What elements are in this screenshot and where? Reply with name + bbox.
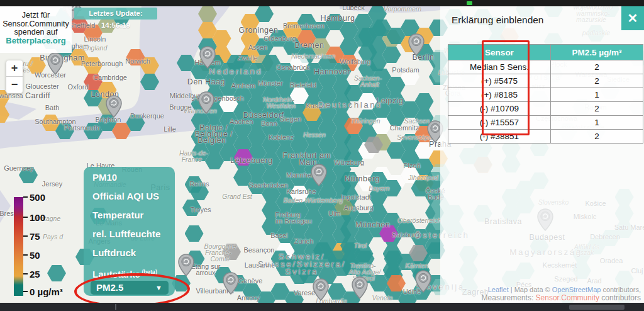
map-label: Brest	[0, 210, 16, 217]
map-label: Oberösterreich	[397, 217, 441, 224]
map-label: Lëtzebuerg	[230, 156, 273, 165]
explanation-panel: Erklärung einblenden ✕ SensorPM2.5 µg/m³…	[440, 6, 644, 303]
attribution-link[interactable]: Leaflet	[488, 286, 509, 293]
map-label: Oxford	[67, 83, 88, 91]
table-cell: Median 5 Sens.	[448, 60, 551, 74]
map-label: Siegen	[280, 115, 301, 123]
attribution-link[interactable]: Sensor.Community	[536, 293, 599, 302]
map-label: Grand Est	[222, 193, 252, 200]
layer-option-lautst-rke[interactable]: Lautstärke (beta)	[92, 263, 175, 281]
map-label: Guernsey	[4, 164, 34, 172]
map-label: Osnabrück	[276, 64, 309, 71]
map-label: Peterborough	[81, 60, 123, 67]
map-label: Würzburg	[334, 159, 364, 166]
map-label: Cardiff	[25, 91, 50, 100]
bottom-chrome-bar	[0, 303, 644, 311]
cluster-pin[interactable]	[106, 95, 122, 120]
map-label: Deutschland	[318, 100, 383, 110]
cluster-pin[interactable]	[47, 52, 64, 77]
map-label: Pays d	[43, 233, 63, 240]
sensor-table-body: Median 5 Sens.2(+) #54752(+) #81851(-) #…	[448, 60, 643, 144]
table-header: PM2.5 µg/m³	[551, 45, 643, 60]
map-label: Bretagne	[34, 215, 61, 222]
cluster-pin[interactable]	[199, 46, 216, 71]
cluster-pin[interactable]	[415, 270, 431, 295]
attribution-text: Measurements:	[482, 293, 536, 302]
map-label: Augsburg	[343, 204, 373, 212]
donate-text-line: spenden auf	[0, 28, 72, 37]
table-row: (-) #107092	[448, 102, 643, 116]
map-attribution-line: Leaflet | Map data © OpenStreetMap contr…	[482, 286, 641, 293]
map-label: Bonn	[261, 120, 277, 127]
cluster-pin[interactable]	[313, 278, 329, 303]
selected-layer-button[interactable]: PM2.5 ▼	[91, 281, 169, 295]
map-label: France	[182, 156, 203, 163]
map-label: Cambridge	[93, 74, 127, 81]
map-label: Zürich	[294, 237, 314, 245]
zoom-out-button[interactable]: −	[6, 77, 23, 93]
map-label: Belgien	[197, 136, 226, 145]
table-row: (+) #81851	[448, 88, 643, 102]
map-label: England	[83, 44, 108, 52]
layer-option-pm10[interactable]: PM10	[92, 168, 175, 187]
map-label: Münster	[258, 79, 283, 87]
map-label: Oldenburg	[264, 35, 296, 42]
map-label: Zwolle	[238, 54, 258, 62]
app-window: LeedsHullSheffieldLincolnNottinghamEngla…	[0, 0, 644, 311]
map-label: Assen	[248, 43, 268, 51]
layer-option-official-aqi-us[interactable]: Official AQI US	[92, 187, 175, 206]
donate-text: Jetzt fürSensor.Communityspenden auf	[0, 11, 72, 37]
map-label: Den Haag	[187, 77, 225, 86]
map-label: Lübeck	[342, 6, 364, 11]
map-zoom-control: + −	[6, 60, 23, 93]
map-label: Portsmouth	[64, 124, 99, 132]
map-label: Norwich	[125, 57, 150, 65]
map-label: Veneto	[372, 294, 393, 302]
layer-option-rel-luftfeuchte[interactable]: rel. Luftfeuchte	[92, 225, 175, 244]
map-label: Hessen	[303, 131, 326, 139]
chevron-down-icon: ▼	[155, 281, 162, 295]
layer-option-luftdruck[interactable]: Luftdruck	[92, 244, 175, 263]
table-cell: (-) #15557	[448, 116, 551, 130]
table-row: (+) #54752	[448, 74, 643, 88]
map-label: München	[356, 220, 391, 229]
map-label: Dunkerque	[130, 112, 164, 120]
map-label: Chemnitz	[390, 124, 419, 132]
map-label: Niedersachsen	[291, 52, 335, 60]
map-label: Genève	[238, 277, 263, 285]
attribution-link[interactable]: OpenStreetMap	[552, 286, 601, 293]
table-cell: (+) #8185	[448, 88, 551, 102]
betterplace-link[interactable]: Betterplace.org	[0, 37, 72, 45]
table-cell: 2	[551, 74, 643, 88]
attribution-text: | Map data ©	[509, 286, 552, 293]
zoom-in-button[interactable]: +	[6, 60, 23, 77]
close-icon[interactable]: ✕	[621, 6, 644, 30]
map-label: Ingolstadt	[341, 193, 371, 201]
cluster-pin[interactable]	[408, 33, 425, 59]
map-label: Potsdam	[392, 66, 419, 74]
map-label: Bremerhaven	[283, 22, 325, 30]
map-label: Ulm	[328, 210, 341, 217]
layer-option-temperatur[interactable]: Temperatur	[92, 206, 175, 225]
measurements-attribution-line: Measurements: Sensor.Community contribut…	[482, 294, 641, 302]
table-row: (-) #155571	[448, 116, 643, 130]
table-cell: 2	[551, 102, 643, 116]
map-label: Jihozápad	[408, 174, 438, 181]
table-cell: 2	[551, 130, 643, 144]
donate-box: Jetzt fürSensor.Communityspenden auf Bet…	[0, 6, 72, 53]
map-label: Varese	[294, 289, 315, 297]
table-header: Sensor	[448, 45, 551, 60]
map-label: Anhalt	[360, 81, 379, 88]
cluster-pin[interactable]	[352, 276, 368, 302]
map-label: Reims	[189, 180, 209, 188]
explanation-panel-title[interactable]: Erklärung einblenden	[452, 14, 544, 26]
map-label: Tirol	[354, 242, 367, 249]
cluster-pin[interactable]	[311, 164, 327, 189]
table-cell: 1	[551, 88, 643, 102]
bottom-bar-segment	[569, 305, 625, 310]
map-label: Gloucester	[25, 82, 58, 90]
cluster-pin[interactable]	[198, 91, 214, 116]
cluster-pin[interactable]	[178, 254, 194, 279]
map-label: Arnhem	[231, 82, 256, 89]
cluster-pin[interactable]	[223, 272, 239, 297]
